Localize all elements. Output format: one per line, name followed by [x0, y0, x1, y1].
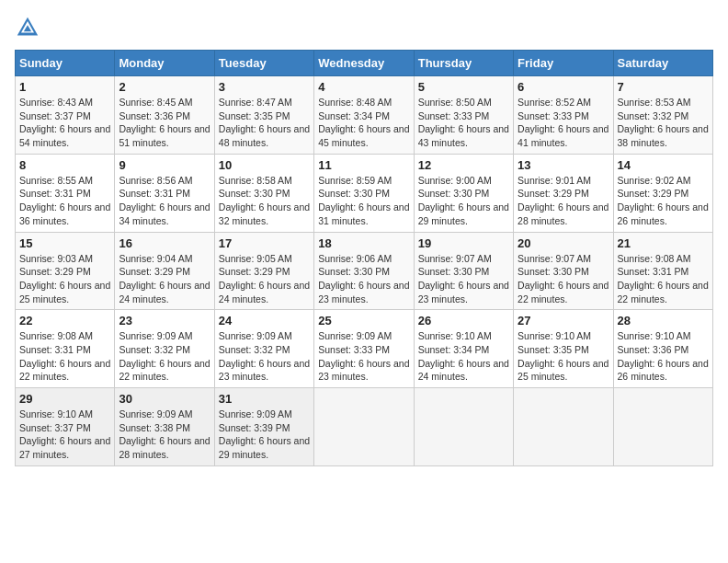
day-number: 19	[418, 236, 509, 250]
calendar-week-row: 22 Sunrise: 9:08 AM Sunset: 3:31 PM Dayl…	[16, 310, 713, 388]
calendar-day-cell: 28 Sunrise: 9:10 AM Sunset: 3:36 PM Dayl…	[613, 310, 712, 388]
day-info: Sunrise: 8:48 AM Sunset: 3:34 PM Dayligh…	[318, 96, 409, 150]
sunset: Sunset: 3:32 PM	[618, 110, 689, 121]
daylight: Daylight: 6 hours and 36 minutes.	[19, 201, 110, 226]
daylight: Daylight: 6 hours and 29 minutes.	[219, 435, 310, 460]
day-number: 31	[219, 392, 310, 406]
sunrise: Sunrise: 8:52 AM	[518, 97, 591, 108]
day-number: 22	[19, 314, 110, 327]
day-info: Sunrise: 9:09 AM Sunset: 3:32 PM Dayligh…	[119, 329, 210, 384]
daylight: Daylight: 6 hours and 23 minutes.	[418, 280, 509, 304]
calendar-day-cell: 31 Sunrise: 9:09 AM Sunset: 3:39 PM Dayl…	[214, 388, 313, 466]
weekday-row: SundayMondayTuesdayWednesdayThursdayFrid…	[16, 51, 713, 76]
sunset: Sunset: 3:29 PM	[19, 266, 91, 277]
sunset: Sunset: 3:33 PM	[518, 110, 589, 121]
calendar-table: SundayMondayTuesdayWednesdayThursdayFrid…	[15, 50, 713, 466]
day-number: 9	[119, 158, 210, 172]
sunset: Sunset: 3:31 PM	[119, 188, 190, 199]
calendar-day-cell: 7 Sunrise: 8:53 AM Sunset: 3:32 PM Dayli…	[613, 76, 712, 155]
calendar-day-cell: 2 Sunrise: 8:45 AM Sunset: 3:36 PM Dayli…	[115, 76, 214, 155]
sunrise: Sunrise: 9:09 AM	[119, 408, 192, 419]
day-number: 8	[19, 158, 110, 172]
sunrise: Sunrise: 9:10 AM	[618, 330, 691, 341]
day-info: Sunrise: 9:00 AM Sunset: 3:30 PM Dayligh…	[418, 174, 509, 228]
daylight: Daylight: 6 hours and 38 minutes.	[618, 123, 709, 148]
weekday-header: Wednesday	[314, 51, 414, 76]
day-info: Sunrise: 9:09 AM Sunset: 3:38 PM Dayligh…	[119, 408, 210, 462]
sunrise: Sunrise: 8:55 AM	[19, 175, 93, 186]
day-number: 10	[219, 158, 310, 172]
sunset: Sunset: 3:29 PM	[618, 188, 689, 199]
day-number: 26	[418, 314, 509, 327]
daylight: Daylight: 6 hours and 23 minutes.	[318, 358, 409, 383]
daylight: Daylight: 6 hours and 45 minutes.	[318, 123, 409, 148]
calendar-day-cell: 23 Sunrise: 9:09 AM Sunset: 3:32 PM Dayl…	[115, 310, 214, 388]
calendar-day-cell: 6 Sunrise: 8:52 AM Sunset: 3:33 PM Dayli…	[514, 76, 613, 155]
calendar-day-cell: 18 Sunrise: 9:06 AM Sunset: 3:30 PM Dayl…	[314, 232, 414, 310]
sunset: Sunset: 3:29 PM	[518, 188, 589, 199]
calendar-day-cell	[613, 388, 712, 466]
day-number: 17	[219, 236, 310, 250]
calendar-day-cell: 8 Sunrise: 8:55 AM Sunset: 3:31 PM Dayli…	[16, 154, 115, 232]
sunrise: Sunrise: 9:01 AM	[518, 175, 591, 186]
day-number: 18	[318, 236, 409, 250]
day-number: 15	[19, 236, 110, 250]
sunrise: Sunrise: 8:56 AM	[119, 175, 192, 186]
day-info: Sunrise: 9:07 AM Sunset: 3:30 PM Dayligh…	[418, 252, 509, 306]
day-number: 14	[618, 158, 709, 172]
day-info: Sunrise: 9:08 AM Sunset: 3:31 PM Dayligh…	[19, 329, 110, 384]
calendar-day-cell: 29 Sunrise: 9:10 AM Sunset: 3:37 PM Dayl…	[16, 388, 115, 466]
sunrise: Sunrise: 9:09 AM	[219, 408, 292, 419]
sunrise: Sunrise: 9:02 AM	[618, 175, 691, 186]
sunset: Sunset: 3:30 PM	[318, 188, 390, 199]
logo	[15, 15, 44, 40]
sunset: Sunset: 3:30 PM	[418, 266, 490, 277]
daylight: Daylight: 6 hours and 22 minutes.	[19, 358, 110, 383]
header	[15, 15, 713, 40]
calendar-day-cell: 27 Sunrise: 9:10 AM Sunset: 3:35 PM Dayl…	[514, 310, 613, 388]
calendar-day-cell: 26 Sunrise: 9:10 AM Sunset: 3:34 PM Dayl…	[414, 310, 513, 388]
day-number: 7	[618, 80, 709, 94]
sunset: Sunset: 3:31 PM	[19, 188, 91, 199]
daylight: Daylight: 6 hours and 27 minutes.	[19, 435, 110, 460]
calendar-day-cell: 17 Sunrise: 9:05 AM Sunset: 3:29 PM Dayl…	[214, 232, 313, 310]
daylight: Daylight: 6 hours and 22 minutes.	[518, 280, 609, 304]
sunset: Sunset: 3:29 PM	[219, 266, 290, 277]
sunrise: Sunrise: 9:09 AM	[318, 330, 392, 341]
day-info: Sunrise: 9:08 AM Sunset: 3:31 PM Dayligh…	[618, 252, 709, 306]
sunset: Sunset: 3:31 PM	[618, 266, 689, 277]
sunrise: Sunrise: 9:06 AM	[318, 253, 392, 264]
daylight: Daylight: 6 hours and 22 minutes.	[618, 280, 709, 304]
daylight: Daylight: 6 hours and 43 minutes.	[418, 123, 509, 148]
calendar-day-cell	[414, 388, 513, 466]
sunrise: Sunrise: 8:43 AM	[19, 97, 93, 108]
day-number: 27	[518, 314, 609, 327]
daylight: Daylight: 6 hours and 41 minutes.	[518, 123, 609, 148]
day-number: 4	[318, 80, 409, 94]
daylight: Daylight: 6 hours and 22 minutes.	[119, 358, 210, 383]
calendar-day-cell: 22 Sunrise: 9:08 AM Sunset: 3:31 PM Dayl…	[16, 310, 115, 388]
calendar-day-cell: 12 Sunrise: 9:00 AM Sunset: 3:30 PM Dayl…	[414, 154, 513, 232]
daylight: Daylight: 6 hours and 31 minutes.	[318, 201, 409, 226]
day-number: 23	[119, 314, 210, 327]
day-info: Sunrise: 8:43 AM Sunset: 3:37 PM Dayligh…	[19, 96, 110, 150]
sunrise: Sunrise: 9:07 AM	[518, 253, 591, 264]
sunrise: Sunrise: 9:07 AM	[418, 253, 492, 264]
calendar-day-cell: 15 Sunrise: 9:03 AM Sunset: 3:29 PM Dayl…	[16, 232, 115, 310]
daylight: Daylight: 6 hours and 24 minutes.	[418, 358, 509, 383]
sunset: Sunset: 3:37 PM	[19, 110, 91, 121]
calendar-day-cell: 21 Sunrise: 9:08 AM Sunset: 3:31 PM Dayl…	[613, 232, 712, 310]
sunset: Sunset: 3:35 PM	[219, 110, 290, 121]
day-number: 11	[318, 158, 409, 172]
sunrise: Sunrise: 9:04 AM	[119, 253, 192, 264]
daylight: Daylight: 6 hours and 28 minutes.	[518, 201, 609, 226]
day-number: 25	[318, 314, 409, 327]
weekday-header: Saturday	[613, 51, 712, 76]
day-info: Sunrise: 9:02 AM Sunset: 3:29 PM Dayligh…	[618, 174, 709, 228]
sunrise: Sunrise: 8:58 AM	[219, 175, 292, 186]
day-info: Sunrise: 9:09 AM Sunset: 3:33 PM Dayligh…	[318, 329, 409, 384]
calendar-day-cell: 30 Sunrise: 9:09 AM Sunset: 3:38 PM Dayl…	[115, 388, 214, 466]
day-info: Sunrise: 9:10 AM Sunset: 3:37 PM Dayligh…	[19, 408, 110, 462]
day-number: 12	[418, 158, 509, 172]
day-info: Sunrise: 8:50 AM Sunset: 3:33 PM Dayligh…	[418, 96, 509, 150]
